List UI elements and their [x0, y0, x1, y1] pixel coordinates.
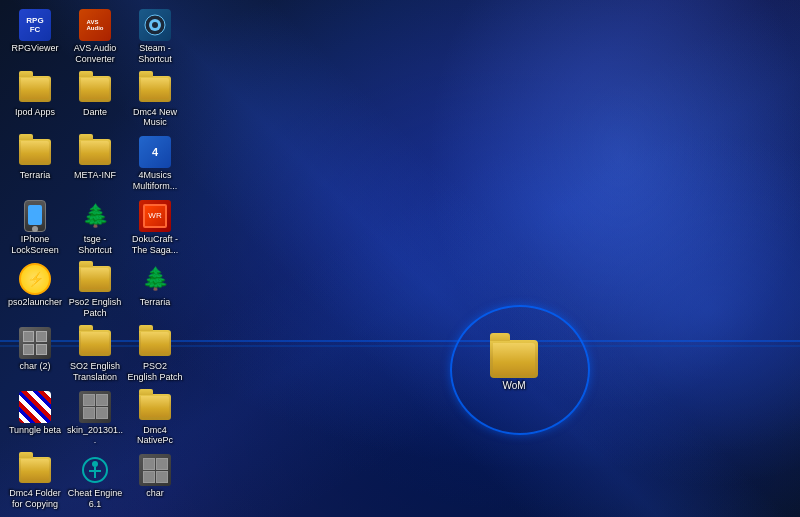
icon-ipod[interactable]: Ipod Apps [5, 69, 65, 133]
icon-tsge[interactable]: 🌲 tsge - Shortcut [65, 196, 125, 260]
icon-dmc4copying[interactable]: Dmc4 Folder for Copying [5, 450, 65, 514]
svg-point-2 [152, 22, 158, 28]
icon-iphone[interactable]: IPhone LockScreen [5, 196, 65, 260]
icon-4musics[interactable]: 4 4Musics Multiform... [125, 132, 185, 196]
icon-so2-translation[interactable]: SO2 English Translation [65, 323, 125, 387]
icon-metainf[interactable]: META-INF [65, 132, 125, 196]
icon-dmc4native[interactable]: Dmc4 NativePc [125, 387, 185, 451]
icon-dokucraft[interactable]: WR DokuCraft - The Saga... [125, 196, 185, 260]
svg-point-4 [92, 461, 98, 467]
icon-steam[interactable]: Steam - Shortcut [125, 5, 185, 69]
icon-dante[interactable]: Dante [65, 69, 125, 133]
icon-skin[interactable]: skin_201301... [65, 387, 125, 451]
icon-rpgviewer[interactable]: RPGFC RPGViewer [5, 5, 65, 69]
desktop-icons-area: RPGFC RPGViewer AVSAudio AVS Audio Conve… [0, 0, 240, 517]
icon-pso2english-patch[interactable]: Pso2 English Patch [65, 259, 125, 323]
wom-label: WoM [502, 380, 525, 391]
icon-pso2launcher[interactable]: ⚡ pso2launcher [5, 259, 65, 323]
icon-cheatengine[interactable]: Cheat Engine 6.1 [65, 450, 125, 514]
icon-terraria2[interactable]: 🌲 Terraria [125, 259, 185, 323]
wom-folder-image [490, 340, 538, 378]
icon-pso2english2[interactable]: PSO2 English Patch [125, 323, 185, 387]
icon-char2[interactable]: char (2) [5, 323, 65, 387]
icon-char[interactable]: char [125, 450, 185, 514]
icon-tunngle[interactable]: Tunngle beta [5, 387, 65, 451]
icon-wom[interactable]: WoM [490, 340, 538, 391]
icon-dmc4music[interactable]: Dmc4 New Music [125, 69, 185, 133]
icon-terraria1[interactable]: Terraria [5, 132, 65, 196]
icon-avs[interactable]: AVSAudio AVS Audio Converter [65, 5, 125, 69]
